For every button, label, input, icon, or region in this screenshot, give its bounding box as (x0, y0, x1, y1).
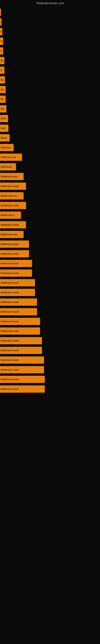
bar-label: Bottleneck result (1, 185, 19, 187)
bar-label: Bottleneck result (1, 301, 19, 303)
bar-item: Bottleneck result (0, 240, 29, 248)
bar-label: B (1, 40, 2, 42)
bar-item: Bottleneck result (0, 356, 44, 364)
bar-row: Bottle (0, 133, 100, 142)
bar-label: Bottlenec (1, 146, 11, 149)
bar-label: Bottleneck result (1, 378, 19, 380)
bar-row: | (0, 8, 100, 17)
bar-row: Bottleneck result (0, 201, 100, 210)
bar-label: Bottleneck result (1, 359, 19, 361)
bar-row: E (0, 46, 100, 56)
bar-item: Bottleneck result (0, 260, 32, 267)
bar-item: B (0, 38, 3, 45)
bar-item: Bottle (0, 134, 10, 142)
bar-row: Bottleneck result (0, 298, 100, 307)
bar-item: Bott (0, 124, 8, 132)
bar-item: Bo (0, 57, 4, 64)
bar-item: Bottleneck resu (0, 231, 24, 238)
bar-label: Bottle (1, 137, 7, 139)
bar-label: Bottleneck result (1, 243, 19, 245)
bar-label: Bottl (1, 117, 6, 120)
bar-row: Bottleneck result (0, 240, 100, 249)
bar-label: Bottleneck resu (1, 194, 17, 197)
bar-label: Bottleneck (1, 166, 12, 168)
bar-item: Bottleneck result (0, 318, 40, 325)
bars-container: |PEBEBoBBoBoBoBotBottlBottBottleBottlene… (0, 6, 100, 394)
bar-row: Bottleneck result (0, 220, 100, 230)
bar-label: Bottleneck resu (1, 175, 17, 178)
bar-item: E (0, 47, 3, 54)
bar-label: P (1, 21, 1, 23)
bar-row: Bottleneck resu (0, 172, 100, 181)
bar-label: Bottleneck result (1, 320, 19, 322)
bar-row: Bottleneck result (0, 346, 100, 355)
bar-item: Bottleneck result (0, 298, 37, 306)
bar-label: Bott (1, 127, 5, 130)
bar-item: Bot (0, 105, 6, 112)
bar-item: Bottleneck re (0, 212, 21, 219)
bar-item: Bottleneck result (0, 279, 35, 286)
bar-row: Bottleneck result (0, 375, 100, 384)
bar-label: Bo (1, 59, 4, 62)
bar-label: Bottleneck result (1, 291, 19, 294)
bar-row: Bo (0, 94, 100, 104)
bar-label: E (1, 50, 2, 52)
bar-row: Bott (0, 124, 100, 133)
bar-item: Bottleneck result (0, 386, 45, 393)
bar-item: Bottleneck result (0, 366, 44, 373)
bar-row: Bottleneck result (0, 336, 100, 345)
bar-item: Bottleneck result (0, 308, 37, 315)
bar-label: Bottleneck res (1, 156, 16, 158)
bar-item: Bo (0, 76, 5, 84)
bar-label: Bot (1, 108, 4, 110)
bar-label: Bottleneck result (1, 224, 19, 226)
site-title: TheBottlenecker.com (0, 0, 100, 6)
bar-label: Bottleneck result (1, 262, 19, 265)
bar-row: Bottleneck result (0, 268, 100, 278)
bar-row: Bottleneck result (0, 278, 100, 288)
bar-row: Bottleneck result (0, 326, 100, 336)
bar-label: Bottleneck result (1, 310, 19, 313)
bar-label: Bottleneck result (1, 330, 19, 332)
bar-row: Bottleneck re (0, 210, 100, 220)
bar-label: Bo (1, 79, 4, 81)
bar-row: Bottleneck result (0, 259, 100, 268)
bar-item: Bottleneck result (0, 182, 26, 190)
bar-label: Bottleneck result (1, 272, 19, 274)
bar-row: Bot (0, 104, 100, 114)
bar-label: B (1, 69, 2, 72)
bar-item: Bottleneck (0, 163, 16, 170)
bar-item: Bo (0, 96, 6, 103)
bar-item: Bottleneck result (0, 347, 42, 354)
bar-item: Bottleneck result (0, 289, 35, 296)
bar-item: Bottleneck result (0, 221, 26, 228)
bar-item: Bottleneck result (0, 202, 26, 209)
bar-item: Bottleneck result (0, 376, 45, 383)
bar-label: Bottleneck resu (1, 233, 17, 236)
bar-row: Bottleneck res (0, 152, 100, 162)
bar-label: Bottleneck result (1, 204, 19, 207)
bar-row: Bottleneck result (0, 307, 100, 316)
bar-row: B (0, 66, 100, 75)
bar-item: E (0, 28, 2, 35)
bar-item: P (0, 18, 1, 26)
bar-label: Bottleneck result (1, 368, 19, 371)
bar-item: Bottleneck result (0, 337, 42, 344)
bar-label: E (1, 30, 2, 33)
bar-row: Bottleneck result (0, 249, 100, 258)
bar-item: Bottleneck result (0, 250, 29, 258)
bar-row: Bottleneck result (0, 365, 100, 374)
bar-label: Bottleneck result (1, 349, 19, 352)
bar-row: E (0, 27, 100, 36)
bar-row: Bottleneck result (0, 317, 100, 326)
bar-label: Bottleneck result (1, 388, 19, 390)
bar-item: | (0, 9, 1, 16)
bar-row: Bottleneck (0, 162, 100, 172)
bar-row: Bo (0, 75, 100, 84)
bar-row: Bottleneck result (0, 288, 100, 297)
bar-item: Bottleneck result (0, 270, 32, 277)
bar-label: Bo (1, 98, 4, 100)
bar-label: | (1, 11, 1, 14)
bar-item: B (0, 66, 4, 74)
bar-row: Bottleneck result (0, 356, 100, 365)
